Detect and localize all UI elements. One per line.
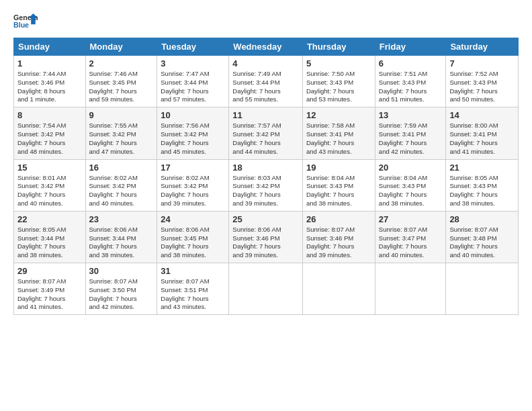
day-number: 13	[379, 110, 443, 120]
week-row-3: 15Sunrise: 8:01 AMSunset: 3:42 PMDayligh…	[14, 159, 519, 211]
day-info: Sunrise: 7:51 AMSunset: 3:43 PMDaylight:…	[379, 70, 443, 104]
day-number: 14	[449, 110, 515, 120]
col-header-thursday: Thursday	[302, 38, 375, 56]
calendar-table: SundayMondayTuesdayWednesdayThursdayFrid…	[13, 38, 519, 315]
day-number: 6	[379, 58, 443, 68]
day-info: Sunrise: 7:58 AMSunset: 3:41 PMDaylight:…	[306, 122, 371, 156]
day-number: 15	[17, 163, 82, 173]
day-number: 28	[449, 214, 515, 224]
day-number: 26	[306, 214, 371, 224]
day-info: Sunrise: 8:07 AMSunset: 3:46 PMDaylight:…	[306, 226, 371, 260]
day-info: Sunrise: 7:50 AMSunset: 3:43 PMDaylight:…	[306, 70, 371, 104]
day-cell: 11Sunrise: 7:57 AMSunset: 3:42 PMDayligh…	[229, 107, 303, 159]
col-header-saturday: Saturday	[446, 38, 519, 56]
day-number: 23	[89, 214, 154, 224]
day-info: Sunrise: 8:02 AMSunset: 3:42 PMDaylight:…	[89, 174, 154, 208]
week-row-5: 29Sunrise: 8:07 AMSunset: 3:49 PMDayligh…	[14, 263, 519, 315]
day-info: Sunrise: 8:04 AMSunset: 3:43 PMDaylight:…	[379, 174, 443, 208]
day-info: Sunrise: 8:07 AMSunset: 3:50 PMDaylight:…	[89, 277, 154, 312]
day-info: Sunrise: 8:05 AMSunset: 3:43 PMDaylight:…	[449, 174, 515, 208]
day-number: 29	[17, 266, 82, 276]
col-header-tuesday: Tuesday	[157, 38, 229, 56]
day-info: Sunrise: 7:46 AMSunset: 3:45 PMDaylight:…	[89, 70, 154, 104]
day-cell	[302, 263, 375, 315]
day-info: Sunrise: 7:54 AMSunset: 3:42 PMDaylight:…	[17, 122, 82, 156]
day-info: Sunrise: 7:55 AMSunset: 3:42 PMDaylight:…	[89, 122, 154, 156]
day-cell: 26Sunrise: 8:07 AMSunset: 3:46 PMDayligh…	[302, 211, 375, 263]
day-info: Sunrise: 8:04 AMSunset: 3:43 PMDaylight:…	[306, 174, 371, 208]
logo: General Blue	[13, 12, 38, 32]
day-info: Sunrise: 8:07 AMSunset: 3:49 PMDaylight:…	[17, 277, 82, 312]
col-header-friday: Friday	[375, 38, 446, 56]
day-cell: 1Sunrise: 7:44 AMSunset: 3:46 PMDaylight…	[14, 56, 86, 107]
day-cell: 18Sunrise: 8:03 AMSunset: 3:42 PMDayligh…	[229, 159, 303, 211]
day-info: Sunrise: 8:07 AMSunset: 3:51 PMDaylight:…	[161, 277, 225, 312]
day-info: Sunrise: 7:44 AMSunset: 3:46 PMDaylight:…	[17, 70, 82, 104]
day-number: 10	[161, 110, 225, 120]
day-info: Sunrise: 7:59 AMSunset: 3:41 PMDaylight:…	[379, 122, 443, 156]
day-cell: 9Sunrise: 7:55 AMSunset: 3:42 PMDaylight…	[85, 107, 157, 159]
day-info: Sunrise: 7:57 AMSunset: 3:42 PMDaylight:…	[232, 122, 299, 156]
day-cell: 23Sunrise: 8:06 AMSunset: 3:44 PMDayligh…	[85, 211, 157, 263]
day-info: Sunrise: 8:07 AMSunset: 3:48 PMDaylight:…	[449, 226, 515, 260]
day-number: 17	[161, 163, 225, 173]
svg-text:Blue: Blue	[13, 21, 29, 29]
day-number: 3	[161, 58, 225, 68]
day-number: 11	[232, 110, 299, 120]
day-number: 9	[89, 110, 154, 120]
day-cell: 16Sunrise: 8:02 AMSunset: 3:42 PMDayligh…	[85, 159, 157, 211]
day-info: Sunrise: 8:07 AMSunset: 3:47 PMDaylight:…	[379, 226, 443, 260]
day-cell: 12Sunrise: 7:58 AMSunset: 3:41 PMDayligh…	[302, 107, 375, 159]
day-info: Sunrise: 8:03 AMSunset: 3:42 PMDaylight:…	[232, 174, 299, 208]
day-number: 30	[89, 266, 154, 276]
day-cell: 30Sunrise: 8:07 AMSunset: 3:50 PMDayligh…	[85, 263, 157, 315]
day-cell: 5Sunrise: 7:50 AMSunset: 3:43 PMDaylight…	[302, 56, 375, 107]
day-cell	[446, 263, 519, 315]
day-number: 7	[449, 58, 515, 68]
day-cell: 22Sunrise: 8:05 AMSunset: 3:44 PMDayligh…	[14, 211, 86, 263]
col-header-monday: Monday	[85, 38, 157, 56]
day-number: 24	[161, 214, 225, 224]
day-number: 25	[232, 214, 299, 224]
day-number: 18	[232, 163, 299, 173]
day-cell: 27Sunrise: 8:07 AMSunset: 3:47 PMDayligh…	[375, 211, 446, 263]
day-cell: 13Sunrise: 7:59 AMSunset: 3:41 PMDayligh…	[375, 107, 446, 159]
day-number: 22	[17, 214, 82, 224]
day-info: Sunrise: 8:00 AMSunset: 3:41 PMDaylight:…	[449, 122, 515, 156]
day-cell: 20Sunrise: 8:04 AMSunset: 3:43 PMDayligh…	[375, 159, 446, 211]
week-row-4: 22Sunrise: 8:05 AMSunset: 3:44 PMDayligh…	[14, 211, 519, 263]
day-number: 21	[449, 163, 515, 173]
day-number: 12	[306, 110, 371, 120]
day-cell: 14Sunrise: 8:00 AMSunset: 3:41 PMDayligh…	[446, 107, 519, 159]
day-cell: 29Sunrise: 8:07 AMSunset: 3:49 PMDayligh…	[14, 263, 86, 315]
day-info: Sunrise: 7:49 AMSunset: 3:44 PMDaylight:…	[232, 70, 299, 104]
day-number: 20	[379, 163, 443, 173]
header-row: SundayMondayTuesdayWednesdayThursdayFrid…	[14, 38, 519, 56]
day-cell: 2Sunrise: 7:46 AMSunset: 3:45 PMDaylight…	[85, 56, 157, 107]
page: General Blue SundayMondayTuesdayWednesda…	[0, 0, 532, 322]
week-row-2: 8Sunrise: 7:54 AMSunset: 3:42 PMDaylight…	[14, 107, 519, 159]
col-header-sunday: Sunday	[14, 38, 86, 56]
day-cell	[229, 263, 303, 315]
day-cell: 19Sunrise: 8:04 AMSunset: 3:43 PMDayligh…	[302, 159, 375, 211]
day-info: Sunrise: 7:52 AMSunset: 3:43 PMDaylight:…	[449, 70, 515, 104]
day-cell: 7Sunrise: 7:52 AMSunset: 3:43 PMDaylight…	[446, 56, 519, 107]
day-cell: 25Sunrise: 8:06 AMSunset: 3:46 PMDayligh…	[229, 211, 303, 263]
day-cell: 6Sunrise: 7:51 AMSunset: 3:43 PMDaylight…	[375, 56, 446, 107]
day-number: 2	[89, 58, 154, 68]
day-number: 19	[306, 163, 371, 173]
day-cell: 10Sunrise: 7:56 AMSunset: 3:42 PMDayligh…	[157, 107, 229, 159]
day-info: Sunrise: 8:02 AMSunset: 3:42 PMDaylight:…	[161, 174, 225, 208]
day-info: Sunrise: 8:06 AMSunset: 3:46 PMDaylight:…	[232, 226, 299, 260]
col-header-wednesday: Wednesday	[229, 38, 303, 56]
day-number: 5	[306, 58, 371, 68]
day-cell: 4Sunrise: 7:49 AMSunset: 3:44 PMDaylight…	[229, 56, 303, 107]
day-number: 8	[17, 110, 82, 120]
day-cell: 21Sunrise: 8:05 AMSunset: 3:43 PMDayligh…	[446, 159, 519, 211]
day-cell: 24Sunrise: 8:06 AMSunset: 3:45 PMDayligh…	[157, 211, 229, 263]
day-info: Sunrise: 8:06 AMSunset: 3:45 PMDaylight:…	[161, 226, 225, 260]
logo-icon: General Blue	[13, 12, 38, 32]
day-cell: 3Sunrise: 7:47 AMSunset: 3:44 PMDaylight…	[157, 56, 229, 107]
day-number: 1	[17, 58, 82, 68]
day-info: Sunrise: 8:06 AMSunset: 3:44 PMDaylight:…	[89, 226, 154, 260]
